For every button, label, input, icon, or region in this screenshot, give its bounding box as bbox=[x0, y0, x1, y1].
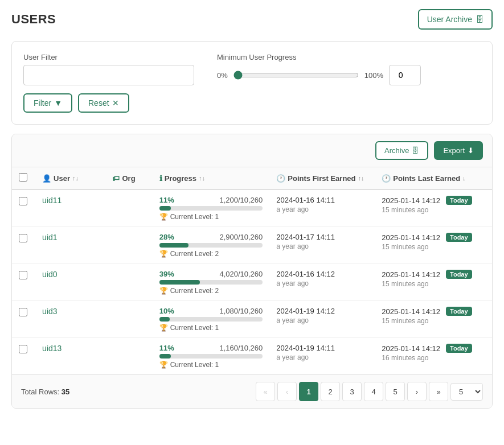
org-col-icon: 🏷 bbox=[112, 174, 120, 183]
row-checkbox-3[interactable] bbox=[19, 308, 27, 316]
reset-button[interactable]: Reset ✕ bbox=[78, 93, 129, 113]
user-link-uid3[interactable]: uid3 bbox=[42, 307, 57, 316]
trophy-icon-0: 🏆 bbox=[159, 213, 168, 221]
points-first-cell-0: 2024-01-16 14:11 a year ago bbox=[269, 189, 375, 227]
points-first-ago-2: a year ago bbox=[276, 279, 368, 287]
last-page-button[interactable]: » bbox=[429, 382, 448, 401]
points-first-ago-0: a year ago bbox=[276, 205, 368, 213]
points-first-col-label: Points First Earned bbox=[288, 174, 355, 183]
progress-pct-1: 28% bbox=[159, 233, 174, 241]
prev-page-button[interactable]: ‹ bbox=[277, 382, 297, 401]
level-label-0: Current Level: 1 bbox=[170, 213, 219, 221]
org-cell-3 bbox=[105, 301, 152, 338]
points-last-ago-2: 15 minutes ago bbox=[382, 280, 485, 288]
select-all-checkbox[interactable] bbox=[19, 173, 27, 182]
row-checkbox-2[interactable] bbox=[19, 271, 27, 279]
table-section: Archive 🗄 Export ⬇ 👤 User bbox=[11, 134, 493, 409]
points-last-sort-icon[interactable]: ↓ bbox=[462, 175, 466, 182]
points-last-cell-1: 2025-01-14 14:12 Today 15 minutes ago bbox=[375, 227, 492, 264]
user-link-uid1[interactable]: uid1 bbox=[42, 233, 57, 242]
user-filter-label: User Filter bbox=[23, 53, 194, 61]
points-last-ago-4: 16 minutes ago bbox=[382, 354, 485, 362]
points-first-sort-icon[interactable]: ↑↓ bbox=[358, 175, 364, 182]
points-last-date-3: 2025-01-14 14:12 bbox=[382, 307, 440, 316]
table-toolbar: Archive 🗄 Export ⬇ bbox=[12, 134, 492, 167]
trophy-icon-3: 🏆 bbox=[159, 324, 168, 332]
export-button[interactable]: Export ⬇ bbox=[434, 141, 483, 160]
user-col-icon: 👤 bbox=[42, 174, 51, 183]
page-4-button[interactable]: 4 bbox=[364, 382, 383, 401]
points-first-date-3: 2024-01-19 14:12 bbox=[276, 307, 368, 315]
points-first-cell-4: 2024-01-19 14:11 a year ago bbox=[269, 338, 375, 375]
progress-pct-0: 11% bbox=[159, 196, 174, 204]
trophy-icon-1: 🏆 bbox=[159, 250, 168, 258]
pagination-bar: Total Rows: 35 « ‹ 1 2 3 4 5 › » 5 10 25… bbox=[12, 374, 492, 408]
total-rows-label: Total Rows: bbox=[21, 388, 59, 396]
page-5-button[interactable]: 5 bbox=[386, 382, 405, 401]
level-label-2: Current Level: 2 bbox=[170, 287, 219, 295]
points-last-cell-4: 2025-01-14 14:12 Today 16 minutes ago bbox=[375, 338, 492, 375]
progress-bar-fill-3 bbox=[159, 317, 170, 322]
points-last-cell-3: 2025-01-14 14:12 Today 15 minutes ago bbox=[375, 301, 492, 338]
progress-col-label: Progress bbox=[165, 174, 196, 183]
user-archive-label: User Archive bbox=[427, 15, 472, 24]
filter-section: User Filter Minimum User Progress 0% 100… bbox=[11, 41, 493, 125]
org-col-label: Org bbox=[122, 174, 135, 183]
progress-pts-0: 1,200/10,260 bbox=[219, 196, 263, 204]
org-cell-0 bbox=[105, 189, 152, 227]
today-badge-0: Today bbox=[446, 196, 472, 205]
filter-button[interactable]: Filter ▼ bbox=[23, 93, 72, 113]
export-btn-label: Export bbox=[443, 146, 465, 155]
progress-bar-fill-1 bbox=[159, 243, 189, 248]
progress-pts-2: 4,020/10,260 bbox=[219, 270, 263, 278]
points-last-cell-2: 2025-01-14 14:12 Today 15 minutes ago bbox=[375, 264, 492, 301]
points-first-date-0: 2024-01-16 14:11 bbox=[276, 196, 368, 204]
progress-bar-fill-4 bbox=[159, 354, 171, 359]
user-link-uid13[interactable]: uid13 bbox=[42, 344, 62, 353]
archive-btn-label: Archive bbox=[384, 146, 409, 155]
points-last-cell-0: 2025-01-14 14:12 Today 15 minutes ago bbox=[375, 189, 492, 227]
progress-cell-0: 11% 1,200/10,260 🏆 Current Level: 1 bbox=[153, 189, 270, 227]
per-page-select[interactable]: 5 10 25 50 bbox=[450, 383, 483, 401]
page-3-button[interactable]: 3 bbox=[342, 382, 362, 401]
progress-pts-4: 1,160/10,260 bbox=[219, 344, 263, 352]
row-checkbox-0[interactable] bbox=[19, 197, 27, 205]
progress-pct-4: 11% bbox=[159, 344, 174, 352]
first-page-button[interactable]: « bbox=[256, 382, 275, 401]
user-link-uid11[interactable]: uid11 bbox=[42, 196, 62, 205]
filter-icon: ▼ bbox=[54, 98, 62, 108]
today-badge-4: Today bbox=[446, 344, 472, 353]
page-title: USERS bbox=[11, 12, 56, 27]
progress-value-input[interactable]: 0 bbox=[389, 65, 421, 85]
page-2-button[interactable]: 2 bbox=[321, 382, 340, 401]
table-row: uid11 11% 1,200/10,260 🏆 Current Level: … bbox=[12, 189, 492, 227]
table-row: uid13 11% 1,160/10,260 🏆 Current Level: … bbox=[12, 338, 492, 375]
reset-icon: ✕ bbox=[112, 98, 119, 108]
trophy-icon-4: 🏆 bbox=[159, 361, 168, 369]
progress-slider[interactable] bbox=[233, 71, 359, 80]
row-checkbox-4[interactable] bbox=[19, 345, 27, 353]
org-cell-4 bbox=[105, 338, 152, 375]
progress-cell-2: 39% 4,020/10,260 🏆 Current Level: 2 bbox=[153, 264, 270, 301]
progress-cell-3: 10% 1,080/10,260 🏆 Current Level: 1 bbox=[153, 301, 270, 338]
progress-sort-icon[interactable]: ↑↓ bbox=[199, 175, 205, 182]
next-page-button[interactable]: › bbox=[407, 382, 427, 401]
points-first-cell-2: 2024-01-16 14:12 a year ago bbox=[269, 264, 375, 301]
points-last-ago-0: 15 minutes ago bbox=[382, 206, 485, 214]
reset-label: Reset bbox=[88, 98, 109, 108]
user-filter-input[interactable] bbox=[23, 65, 194, 85]
points-first-ago-4: a year ago bbox=[276, 353, 368, 361]
points-last-col-icon: 🕐 bbox=[382, 174, 391, 183]
page-1-button[interactable]: 1 bbox=[299, 382, 318, 401]
points-first-date-1: 2024-01-17 14:11 bbox=[276, 233, 368, 241]
user-archive-button[interactable]: User Archive 🗄 bbox=[418, 9, 493, 30]
level-label-1: Current Level: 2 bbox=[170, 250, 219, 258]
today-badge-1: Today bbox=[446, 233, 472, 242]
row-checkbox-1[interactable] bbox=[19, 234, 27, 242]
user-link-uid0[interactable]: uid0 bbox=[42, 270, 57, 279]
org-cell-1 bbox=[105, 227, 152, 264]
points-last-ago-1: 15 minutes ago bbox=[382, 243, 485, 251]
user-sort-icon[interactable]: ↑↓ bbox=[72, 175, 79, 182]
progress-pts-3: 1,080/10,260 bbox=[219, 307, 263, 315]
archive-button[interactable]: Archive 🗄 bbox=[375, 141, 428, 160]
